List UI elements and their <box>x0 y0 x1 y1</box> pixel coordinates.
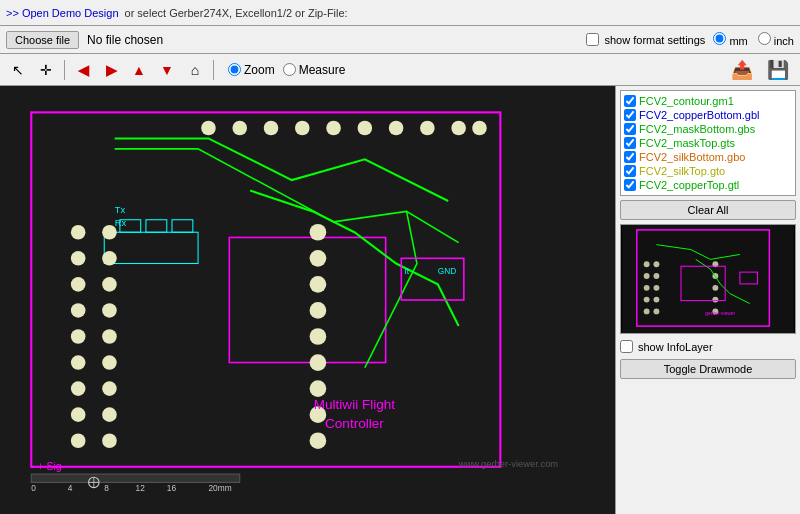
layer-5-checkbox[interactable] <box>624 151 636 163</box>
or-text: or select Gerber274X, Excellon1/2 or Zip… <box>125 7 348 19</box>
measure-radio[interactable] <box>283 63 296 76</box>
layer-1-checkbox[interactable] <box>624 95 636 107</box>
show-infolayer-checkbox[interactable] <box>620 340 633 353</box>
arrow-up-icon: ▲ <box>132 62 146 78</box>
arrow-left-icon: ◀ <box>78 62 89 78</box>
share-button[interactable]: 📤 <box>726 58 758 82</box>
svg-point-25 <box>310 302 327 319</box>
main-content: Tx Rx It GND - + Sig Multiwii Flight Con… <box>0 86 800 514</box>
arrow-down-icon: ▼ <box>160 62 174 78</box>
layer-3-checkbox[interactable] <box>624 123 636 135</box>
show-format-label: show format settings <box>604 34 705 46</box>
svg-text:www.gerber-viewer.com: www.gerber-viewer.com <box>458 459 559 469</box>
save-icon: 💾 <box>767 59 789 81</box>
svg-point-35 <box>326 121 341 136</box>
svg-point-21 <box>102 433 117 448</box>
pointer-tool-button[interactable]: ↖ <box>6 58 30 82</box>
svg-point-31 <box>201 121 216 136</box>
canvas-area[interactable]: Tx Rx It GND - + Sig Multiwii Flight Con… <box>0 86 615 514</box>
zoom-radio-label[interactable]: Zoom <box>228 63 275 77</box>
svg-text:20mm: 20mm <box>208 483 231 493</box>
arrow-left-button[interactable]: ◀ <box>71 58 95 82</box>
crosshair-tool-button[interactable]: ✛ <box>34 58 58 82</box>
svg-point-34 <box>295 121 310 136</box>
svg-text:8: 8 <box>104 483 109 493</box>
layer-2-label: FCV2_copperBottom.gbl <box>639 109 759 121</box>
arrow-right-button[interactable]: ▶ <box>99 58 123 82</box>
svg-point-68 <box>644 297 650 303</box>
toggle-drawmode-button[interactable]: Toggle Drawmode <box>620 359 796 379</box>
show-infolayer-label: show InfoLayer <box>638 341 713 353</box>
layer-item-6[interactable]: FCV2_silkTop.gto <box>624 164 792 178</box>
layer-2-checkbox[interactable] <box>624 109 636 121</box>
svg-point-12 <box>71 433 86 448</box>
layer-item-3[interactable]: FCV2_maskBottom.gbs <box>624 122 792 136</box>
svg-rect-0 <box>0 97 615 504</box>
svg-rect-63 <box>622 225 794 333</box>
crosshair-icon: ✛ <box>40 62 52 78</box>
layer-item-5[interactable]: FCV2_silkBottom.gbo <box>624 150 792 164</box>
layer-6-checkbox[interactable] <box>624 165 636 177</box>
layer-item-7[interactable]: FCV2_copperTop.gtl <box>624 178 792 192</box>
save-button[interactable]: 💾 <box>762 58 794 82</box>
thumbnail: gerber-viewer <box>620 224 796 334</box>
toolbar: ↖ ✛ ◀ ▶ ▲ ▼ ⌂ Zoom Measure 📤 💾 <box>0 54 800 86</box>
share-icon: 📤 <box>731 59 753 81</box>
svg-point-72 <box>654 285 660 291</box>
inch-radio-label[interactable]: inch <box>758 32 794 47</box>
layer-item-1[interactable]: FCV2_contour.gm1 <box>624 94 792 108</box>
svg-point-67 <box>644 285 650 291</box>
sidebar: FCV2_contour.gm1 FCV2_copperBottom.gbl F… <box>615 86 800 514</box>
svg-point-33 <box>264 121 279 136</box>
choose-file-button[interactable]: Choose file <box>6 31 79 49</box>
format-settings: show format settings <box>586 33 705 46</box>
svg-text:Tx: Tx <box>115 205 126 215</box>
zoom-label: Zoom <box>244 63 275 77</box>
svg-point-18 <box>102 355 117 370</box>
svg-point-65 <box>644 261 650 267</box>
no-file-label: No file chosen <box>87 33 163 47</box>
svg-point-28 <box>310 380 327 397</box>
mm-radio-label[interactable]: mm <box>713 32 747 47</box>
layer-list: FCV2_contour.gm1 FCV2_copperBottom.gbl F… <box>620 90 796 196</box>
svg-point-66 <box>644 273 650 279</box>
file-bar: Choose file No file chosen show format s… <box>0 26 800 54</box>
clear-all-button[interactable]: Clear All <box>620 200 796 220</box>
save-icons-group: 📤 💾 <box>726 58 794 82</box>
layer-item-4[interactable]: FCV2_maskTop.gts <box>624 136 792 150</box>
svg-text:Rx: Rx <box>115 218 127 228</box>
zoom-radio[interactable] <box>228 63 241 76</box>
show-format-checkbox[interactable] <box>586 33 599 46</box>
inch-radio[interactable] <box>758 32 771 45</box>
svg-text:Controller: Controller <box>325 416 384 431</box>
show-infolayer-row: show InfoLayer <box>620 338 796 355</box>
svg-point-71 <box>654 273 660 279</box>
mm-radio[interactable] <box>713 32 726 45</box>
layer-4-label: FCV2_maskTop.gts <box>639 137 735 149</box>
svg-point-38 <box>420 121 435 136</box>
svg-point-15 <box>102 277 117 292</box>
svg-point-23 <box>310 250 327 267</box>
open-demo-link[interactable]: >> Open Demo Design <box>6 7 119 19</box>
svg-point-22 <box>310 224 327 241</box>
unit-radio-group: mm inch <box>713 32 794 47</box>
svg-rect-53 <box>31 474 239 482</box>
home-button[interactable]: ⌂ <box>183 58 207 82</box>
layer-4-checkbox[interactable] <box>624 137 636 149</box>
svg-text:gerber-viewer: gerber-viewer <box>705 311 735 316</box>
svg-point-8 <box>71 329 86 344</box>
arrow-down-button[interactable]: ▼ <box>155 58 179 82</box>
measure-radio-label[interactable]: Measure <box>283 63 346 77</box>
svg-text:- + Sig: - + Sig <box>31 461 62 472</box>
svg-text:It: It <box>404 266 409 276</box>
arrow-up-button[interactable]: ▲ <box>127 58 151 82</box>
svg-text:4: 4 <box>68 483 73 493</box>
svg-point-40 <box>472 121 487 136</box>
layer-item-2[interactable]: FCV2_copperBottom.gbl <box>624 108 792 122</box>
svg-point-27 <box>310 354 327 371</box>
svg-point-17 <box>102 329 117 344</box>
layer-7-checkbox[interactable] <box>624 179 636 191</box>
svg-point-10 <box>71 381 86 396</box>
layer-1-label: FCV2_contour.gm1 <box>639 95 734 107</box>
measure-label: Measure <box>299 63 346 77</box>
